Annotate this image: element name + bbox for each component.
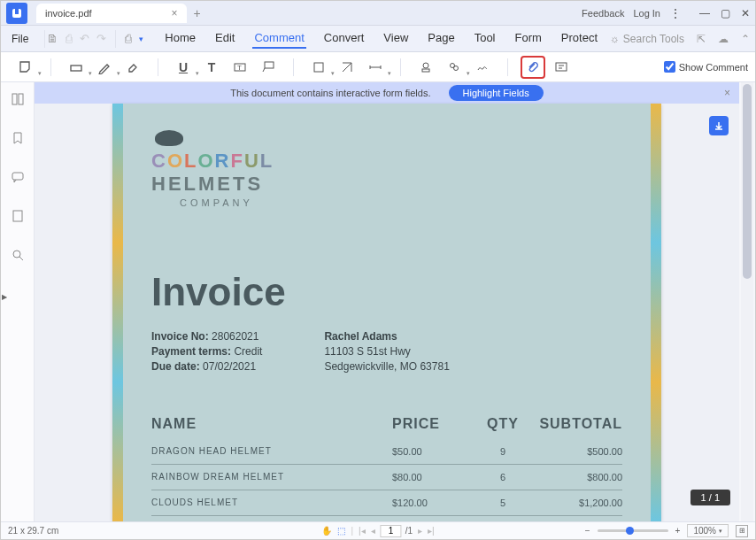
- document-area: This document contains interactive form …: [35, 82, 739, 521]
- menu-tool[interactable]: Tool: [473, 29, 498, 49]
- svg-rect-5: [265, 62, 274, 68]
- search-tools[interactable]: ☼ Search Tools: [610, 33, 684, 45]
- company-logo: COLORFUL HELMETS COMPANY: [151, 130, 622, 208]
- menubar: File 🗎 ⎙ ↶ ↷ ⎙ ▾ Home Edit Comment Conve…: [1, 26, 755, 52]
- fit-page-icon[interactable]: ⊞: [736, 525, 748, 537]
- customer-addr1: 11103 S 51st Hwy: [324, 345, 449, 358]
- zoom-select[interactable]: 100%▾: [687, 524, 729, 537]
- last-page-icon[interactable]: ▸|: [428, 526, 435, 536]
- distance-tool[interactable]: [363, 56, 388, 79]
- zoom-slider[interactable]: [598, 529, 668, 532]
- menu-form[interactable]: Form: [513, 29, 544, 49]
- terms-value: Credit: [234, 345, 262, 358]
- menu-view[interactable]: View: [382, 29, 410, 49]
- maximize-icon[interactable]: ▢: [721, 7, 730, 19]
- pencil-tool[interactable]: [92, 56, 117, 79]
- show-comment-toggle[interactable]: Show Comment: [664, 61, 748, 73]
- terms-label: Payment terms:: [151, 345, 231, 358]
- redo-icon[interactable]: ↷: [96, 32, 106, 45]
- attachment-tool[interactable]: [521, 56, 545, 79]
- comments-panel-icon[interactable]: [8, 167, 27, 187]
- prev-page-icon[interactable]: ◂: [371, 526, 375, 536]
- header-subtotal: SUBTOTAL: [534, 416, 622, 432]
- highlight-tool[interactable]: [64, 56, 89, 79]
- menu-edit[interactable]: Edit: [213, 29, 236, 49]
- page-input[interactable]: [381, 525, 402, 537]
- menu-page[interactable]: Page: [426, 29, 456, 49]
- attachments-panel-icon[interactable]: [8, 206, 27, 226]
- vertical-scrollbar[interactable]: [741, 82, 753, 521]
- tab-title: invoice.pdf: [45, 8, 92, 19]
- next-page-icon[interactable]: ▸: [418, 526, 422, 536]
- underline-tool[interactable]: U: [171, 56, 196, 79]
- qat-dropdown-icon[interactable]: ▾: [139, 35, 143, 43]
- banner-close-icon[interactable]: ×: [724, 87, 730, 99]
- svg-rect-11: [556, 63, 567, 71]
- print-icon[interactable]: ⎙: [125, 32, 132, 45]
- login-link[interactable]: Log In: [633, 8, 660, 19]
- invoice-meta: Invoice No: 28062021 Payment terms: Cred…: [151, 330, 622, 375]
- show-comment-checkbox[interactable]: [664, 61, 675, 73]
- highlight-fields-button[interactable]: Highlight Fields: [449, 85, 544, 101]
- file-menu[interactable]: File: [6, 33, 34, 45]
- thumbnails-icon[interactable]: [8, 89, 27, 109]
- note-tool[interactable]: [13, 56, 38, 79]
- signature-tool[interactable]: [470, 56, 495, 79]
- zoom-in-icon[interactable]: +: [675, 526, 681, 536]
- invoice-title: Invoice: [151, 270, 622, 314]
- save-floating-button[interactable]: [709, 116, 729, 135]
- page-total: /1: [405, 526, 413, 536]
- share-icon[interactable]: ⇱: [697, 33, 706, 45]
- text-tool[interactable]: T: [199, 56, 224, 79]
- page-decoration: [112, 104, 123, 521]
- more-icon[interactable]: ⋮: [669, 6, 682, 20]
- feedback-link[interactable]: Feedback: [582, 8, 624, 19]
- hand-tool-icon[interactable]: ✋: [321, 526, 332, 536]
- left-rail: [1, 82, 35, 521]
- svg-rect-8: [422, 69, 429, 72]
- search-panel-icon[interactable]: [8, 245, 27, 265]
- svg-point-7: [423, 63, 428, 68]
- svg-rect-12: [12, 94, 17, 104]
- titlebar: invoice.pdf × + Feedback Log In ⋮ — ▢ ✕: [1, 1, 755, 26]
- invoice-no-label: Invoice No:: [151, 330, 209, 343]
- menu-comment[interactable]: Comment: [252, 29, 305, 49]
- menu-convert[interactable]: Convert: [322, 29, 366, 49]
- hide-comments-tool[interactable]: [549, 56, 574, 79]
- print-quick-icon[interactable]: ⎙: [66, 32, 73, 45]
- shape-tool[interactable]: [306, 56, 331, 79]
- logo-line1: COLORFUL: [151, 150, 622, 173]
- expand-rail-icon[interactable]: ▶: [2, 293, 7, 301]
- collapse-ribbon-icon[interactable]: ⌃: [741, 33, 750, 45]
- close-window-icon[interactable]: ✕: [741, 7, 750, 19]
- pdf-page[interactable]: COLORFUL HELMETS COMPANY Invoice Invoice…: [112, 104, 661, 521]
- select-tool-icon[interactable]: ⬚: [337, 526, 345, 536]
- menu-home[interactable]: Home: [163, 29, 197, 49]
- new-tab-button[interactable]: +: [194, 6, 201, 20]
- svg-rect-14: [12, 173, 23, 180]
- page-indicator-badge: 1 / 1: [690, 490, 730, 505]
- close-tab-icon[interactable]: ×: [172, 7, 178, 19]
- document-tab[interactable]: invoice.pdf ×: [36, 4, 187, 23]
- cloud-icon[interactable]: ☁: [718, 33, 729, 45]
- stamp-tool[interactable]: [413, 56, 438, 79]
- minimize-icon[interactable]: —: [699, 7, 710, 19]
- due-value: 07/02/2021: [203, 360, 256, 373]
- form-fields-banner: This document contains interactive form …: [35, 82, 739, 104]
- scrollbar-thumb[interactable]: [743, 84, 752, 279]
- bookmarks-icon[interactable]: [8, 128, 27, 148]
- callout-tool[interactable]: [256, 56, 281, 79]
- first-page-icon[interactable]: |◂: [359, 526, 366, 536]
- customer-name: Rachel Adams: [324, 330, 397, 343]
- comment-toolbar: U T T Show Comment: [1, 52, 755, 82]
- textbox-tool[interactable]: T: [228, 56, 252, 79]
- eraser-tool[interactable]: [120, 56, 145, 79]
- measure-tool[interactable]: [335, 56, 359, 79]
- svg-point-10: [454, 66, 459, 70]
- save-icon[interactable]: 🗎: [47, 32, 58, 45]
- menu-protect[interactable]: Protect: [559, 29, 599, 49]
- undo-icon[interactable]: ↶: [80, 32, 89, 45]
- invoice-table: NAME PRICE QTY SUBTOTAL DRAGON HEAD HELM…: [151, 416, 622, 521]
- custom-stamp-tool[interactable]: [442, 56, 467, 79]
- zoom-out-icon[interactable]: −: [585, 526, 590, 536]
